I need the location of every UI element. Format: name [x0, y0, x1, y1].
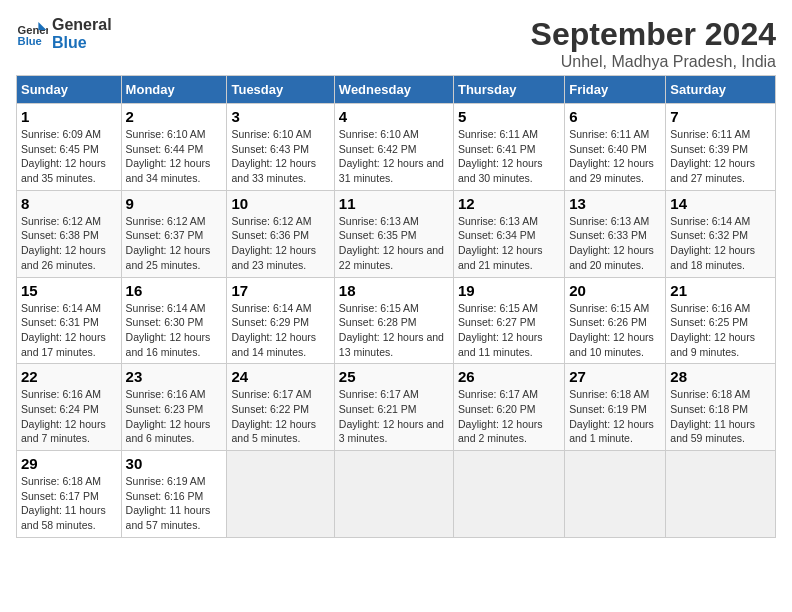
day-number: 25	[339, 368, 449, 385]
calendar-cell: 13 Sunrise: 6:13 AM Sunset: 6:33 PM Dayl…	[565, 190, 666, 277]
day-info: Sunrise: 6:16 AM Sunset: 6:24 PM Dayligh…	[21, 387, 117, 446]
day-info: Sunrise: 6:15 AM Sunset: 6:27 PM Dayligh…	[458, 301, 560, 360]
calendar-cell: 29 Sunrise: 6:18 AM Sunset: 6:17 PM Dayl…	[17, 451, 122, 538]
day-number: 5	[458, 108, 560, 125]
day-number: 6	[569, 108, 661, 125]
calendar-cell: 20 Sunrise: 6:15 AM Sunset: 6:26 PM Dayl…	[565, 277, 666, 364]
day-number: 16	[126, 282, 223, 299]
page-title: September 2024	[531, 16, 776, 53]
calendar-cell: 30 Sunrise: 6:19 AM Sunset: 6:16 PM Dayl…	[121, 451, 227, 538]
calendar-cell: 24 Sunrise: 6:17 AM Sunset: 6:22 PM Dayl…	[227, 364, 334, 451]
header-day: Sunday	[17, 76, 122, 104]
header-row: SundayMondayTuesdayWednesdayThursdayFrid…	[17, 76, 776, 104]
calendar-cell: 2 Sunrise: 6:10 AM Sunset: 6:44 PM Dayli…	[121, 104, 227, 191]
header-day: Friday	[565, 76, 666, 104]
logo: General Blue General Blue	[16, 16, 112, 51]
calendar-cell: 3 Sunrise: 6:10 AM Sunset: 6:43 PM Dayli…	[227, 104, 334, 191]
day-info: Sunrise: 6:14 AM Sunset: 6:30 PM Dayligh…	[126, 301, 223, 360]
calendar-row: 22 Sunrise: 6:16 AM Sunset: 6:24 PM Dayl…	[17, 364, 776, 451]
day-info: Sunrise: 6:16 AM Sunset: 6:23 PM Dayligh…	[126, 387, 223, 446]
calendar-cell: 22 Sunrise: 6:16 AM Sunset: 6:24 PM Dayl…	[17, 364, 122, 451]
day-number: 3	[231, 108, 329, 125]
day-number: 4	[339, 108, 449, 125]
day-info: Sunrise: 6:13 AM Sunset: 6:35 PM Dayligh…	[339, 214, 449, 273]
calendar-cell: 27 Sunrise: 6:18 AM Sunset: 6:19 PM Dayl…	[565, 364, 666, 451]
calendar-table: SundayMondayTuesdayWednesdayThursdayFrid…	[16, 75, 776, 538]
calendar-cell: 7 Sunrise: 6:11 AM Sunset: 6:39 PM Dayli…	[666, 104, 776, 191]
day-info: Sunrise: 6:18 AM Sunset: 6:19 PM Dayligh…	[569, 387, 661, 446]
svg-text:Blue: Blue	[18, 35, 42, 47]
day-info: Sunrise: 6:15 AM Sunset: 6:26 PM Dayligh…	[569, 301, 661, 360]
day-info: Sunrise: 6:10 AM Sunset: 6:42 PM Dayligh…	[339, 127, 449, 186]
logo-icon: General Blue	[16, 18, 48, 50]
day-info: Sunrise: 6:18 AM Sunset: 6:18 PM Dayligh…	[670, 387, 771, 446]
calendar-cell: 16 Sunrise: 6:14 AM Sunset: 6:30 PM Dayl…	[121, 277, 227, 364]
day-number: 23	[126, 368, 223, 385]
day-number: 2	[126, 108, 223, 125]
day-info: Sunrise: 6:13 AM Sunset: 6:34 PM Dayligh…	[458, 214, 560, 273]
day-info: Sunrise: 6:11 AM Sunset: 6:39 PM Dayligh…	[670, 127, 771, 186]
calendar-cell: 21 Sunrise: 6:16 AM Sunset: 6:25 PM Dayl…	[666, 277, 776, 364]
calendar-cell: 17 Sunrise: 6:14 AM Sunset: 6:29 PM Dayl…	[227, 277, 334, 364]
day-info: Sunrise: 6:11 AM Sunset: 6:40 PM Dayligh…	[569, 127, 661, 186]
day-number: 18	[339, 282, 449, 299]
header-day: Monday	[121, 76, 227, 104]
day-number: 15	[21, 282, 117, 299]
calendar-cell	[453, 451, 564, 538]
header-day: Thursday	[453, 76, 564, 104]
day-number: 9	[126, 195, 223, 212]
day-info: Sunrise: 6:09 AM Sunset: 6:45 PM Dayligh…	[21, 127, 117, 186]
logo-line1: General	[52, 16, 112, 34]
day-info: Sunrise: 6:19 AM Sunset: 6:16 PM Dayligh…	[126, 474, 223, 533]
calendar-cell: 28 Sunrise: 6:18 AM Sunset: 6:18 PM Dayl…	[666, 364, 776, 451]
day-number: 14	[670, 195, 771, 212]
day-info: Sunrise: 6:16 AM Sunset: 6:25 PM Dayligh…	[670, 301, 771, 360]
calendar-cell: 14 Sunrise: 6:14 AM Sunset: 6:32 PM Dayl…	[666, 190, 776, 277]
day-info: Sunrise: 6:11 AM Sunset: 6:41 PM Dayligh…	[458, 127, 560, 186]
calendar-row: 8 Sunrise: 6:12 AM Sunset: 6:38 PM Dayli…	[17, 190, 776, 277]
calendar-cell	[565, 451, 666, 538]
calendar-cell: 26 Sunrise: 6:17 AM Sunset: 6:20 PM Dayl…	[453, 364, 564, 451]
calendar-cell: 8 Sunrise: 6:12 AM Sunset: 6:38 PM Dayli…	[17, 190, 122, 277]
calendar-cell: 25 Sunrise: 6:17 AM Sunset: 6:21 PM Dayl…	[334, 364, 453, 451]
day-number: 27	[569, 368, 661, 385]
day-number: 12	[458, 195, 560, 212]
day-number: 8	[21, 195, 117, 212]
calendar-cell: 12 Sunrise: 6:13 AM Sunset: 6:34 PM Dayl…	[453, 190, 564, 277]
calendar-cell: 18 Sunrise: 6:15 AM Sunset: 6:28 PM Dayl…	[334, 277, 453, 364]
day-number: 7	[670, 108, 771, 125]
day-info: Sunrise: 6:18 AM Sunset: 6:17 PM Dayligh…	[21, 474, 117, 533]
day-number: 11	[339, 195, 449, 212]
day-info: Sunrise: 6:10 AM Sunset: 6:44 PM Dayligh…	[126, 127, 223, 186]
calendar-row: 1 Sunrise: 6:09 AM Sunset: 6:45 PM Dayli…	[17, 104, 776, 191]
day-info: Sunrise: 6:12 AM Sunset: 6:38 PM Dayligh…	[21, 214, 117, 273]
calendar-cell: 1 Sunrise: 6:09 AM Sunset: 6:45 PM Dayli…	[17, 104, 122, 191]
day-number: 26	[458, 368, 560, 385]
calendar-cell: 9 Sunrise: 6:12 AM Sunset: 6:37 PM Dayli…	[121, 190, 227, 277]
day-info: Sunrise: 6:10 AM Sunset: 6:43 PM Dayligh…	[231, 127, 329, 186]
day-number: 30	[126, 455, 223, 472]
header: General Blue General Blue September 2024…	[16, 16, 776, 71]
logo-line2: Blue	[52, 34, 112, 52]
day-info: Sunrise: 6:14 AM Sunset: 6:29 PM Dayligh…	[231, 301, 329, 360]
header-day: Saturday	[666, 76, 776, 104]
day-number: 17	[231, 282, 329, 299]
day-info: Sunrise: 6:17 AM Sunset: 6:22 PM Dayligh…	[231, 387, 329, 446]
calendar-row: 15 Sunrise: 6:14 AM Sunset: 6:31 PM Dayl…	[17, 277, 776, 364]
page-subtitle: Unhel, Madhya Pradesh, India	[531, 53, 776, 71]
day-number: 10	[231, 195, 329, 212]
day-info: Sunrise: 6:17 AM Sunset: 6:21 PM Dayligh…	[339, 387, 449, 446]
day-info: Sunrise: 6:15 AM Sunset: 6:28 PM Dayligh…	[339, 301, 449, 360]
calendar-cell	[666, 451, 776, 538]
calendar-cell: 6 Sunrise: 6:11 AM Sunset: 6:40 PM Dayli…	[565, 104, 666, 191]
header-day: Wednesday	[334, 76, 453, 104]
calendar-cell: 5 Sunrise: 6:11 AM Sunset: 6:41 PM Dayli…	[453, 104, 564, 191]
calendar-cell: 11 Sunrise: 6:13 AM Sunset: 6:35 PM Dayl…	[334, 190, 453, 277]
calendar-cell: 19 Sunrise: 6:15 AM Sunset: 6:27 PM Dayl…	[453, 277, 564, 364]
day-number: 21	[670, 282, 771, 299]
day-info: Sunrise: 6:14 AM Sunset: 6:31 PM Dayligh…	[21, 301, 117, 360]
day-number: 28	[670, 368, 771, 385]
day-number: 20	[569, 282, 661, 299]
calendar-cell	[334, 451, 453, 538]
calendar-cell: 10 Sunrise: 6:12 AM Sunset: 6:36 PM Dayl…	[227, 190, 334, 277]
